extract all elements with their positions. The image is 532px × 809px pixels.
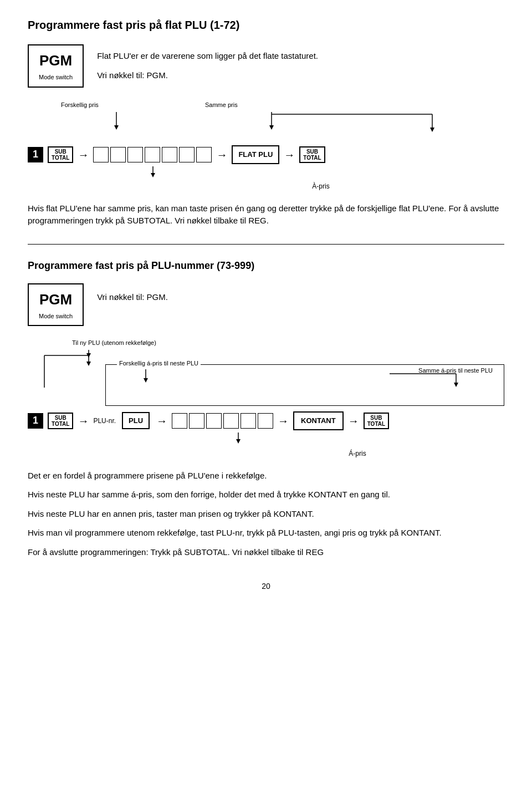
arrow3: →	[284, 146, 295, 163]
diagram2: Til ny PLU (utenom rekkefølge)	[28, 336, 504, 460]
input-box-1a	[93, 147, 109, 162]
pgm-label-2: PGM Mode switch	[28, 283, 84, 327]
inner-bracket: Forskellig á-pris til neste PLU Samme á-…	[105, 364, 504, 406]
section2-title: Programmere fast pris på PLU-nummer (73-…	[28, 258, 504, 273]
section1-intro: Flat PLU'er er de varerene som ligger på…	[97, 44, 318, 88]
input-box-1c	[127, 147, 143, 162]
section2: Programmere fast pris på PLU-nummer (73-…	[28, 258, 504, 559]
intro-text-1: Flat PLU'er er de varerene som ligger på…	[97, 50, 318, 63]
num-badge-2: 1	[28, 413, 43, 429]
intro-text-3: Vri nøkkel til: PGM.	[97, 291, 168, 304]
input-box-2f	[258, 413, 273, 429]
svg-marker-1	[114, 125, 119, 130]
flat-plu-btn: FLAT PLU	[232, 145, 279, 164]
pgm-box-2: PGM Mode switch	[28, 283, 84, 327]
arrow4: →	[78, 413, 89, 429]
page-number: 20	[28, 581, 504, 592]
arrow7: →	[348, 413, 359, 429]
svg-marker-8	[151, 173, 155, 177]
arrow1: →	[78, 146, 89, 163]
label-samme-pris: Samme pris	[205, 98, 238, 111]
arrow2: →	[216, 146, 227, 163]
section1-para1: Hvis flat PLU'ene har samme pris, kan ma…	[28, 202, 504, 227]
arrow5: →	[156, 413, 167, 429]
section2-para3: Hvis neste PLU har en annen pris, taster…	[28, 508, 504, 521]
label-samme-a: Samme á-pris til neste PLU	[418, 366, 493, 375]
svg-marker-6	[430, 128, 434, 132]
num-badge-1: 1	[28, 147, 43, 162]
plu-nr-label: PLU-nr.	[93, 416, 116, 426]
sub-total-btn-4: SUB TOTAL	[364, 413, 389, 429]
section2-para1: Det er en fordel å programmere prisene p…	[28, 470, 504, 482]
section2-intro: Vri nøkkel til: PGM.	[97, 283, 168, 311]
section2-para5: For å avslutte programmeringen: Trykk på…	[28, 546, 504, 559]
pgm-label-1: PGM Mode switch	[28, 44, 84, 88]
diagram1-main-row: 1 SUB TOTAL → → FLAT PLU	[28, 145, 504, 164]
a-pris-label-1: À-pris	[93, 166, 504, 192]
input-box-2e	[241, 413, 256, 429]
label-til-ny: Til ny PLU (utenom rekkefølge)	[72, 336, 504, 349]
svg-marker-15	[144, 378, 148, 383]
input-box-2b	[189, 413, 204, 429]
sub-total-btn-3: SUB TOTAL	[48, 413, 73, 429]
input-boxes-1	[93, 147, 212, 162]
section1-title: Programmere fast pris på flat PLU (1-72)	[28, 17, 504, 33]
sub-total-btn-1: SUB TOTAL	[48, 146, 73, 163]
sub-total-btn-2: SUB TOTAL	[299, 146, 325, 163]
svg-marker-3	[269, 125, 274, 130]
mode-switch-label-2: Mode switch	[39, 312, 73, 321]
input-box-1d	[145, 147, 160, 162]
intro-text-2: Vri nøkkel til: PGM.	[97, 69, 318, 82]
diagram1: Forskellig pris Samme pris	[28, 98, 504, 192]
aa-pris-text: À-pris	[312, 182, 329, 190]
pgm-box-1: PGM Mode switch	[28, 44, 84, 88]
section2-para2: Hvis neste PLU har samme á-pris, som den…	[28, 489, 504, 501]
input-box-1b	[110, 147, 126, 162]
input-boxes-2	[172, 413, 273, 429]
input-box-1g	[196, 147, 212, 162]
mode-switch-label-1: Mode switch	[39, 73, 73, 82]
input-box-2c	[206, 413, 222, 429]
input-box-2d	[223, 413, 239, 429]
input-box-1e	[162, 147, 177, 162]
svg-marker-18	[454, 383, 458, 387]
arrow6: →	[278, 413, 289, 429]
label-forskjellig-pris: Forskellig pris	[61, 98, 133, 111]
label-forskjellig-a: Forskellig á-pris til neste PLU	[117, 359, 201, 368]
section1: Programmere fast pris på flat PLU (1-72)…	[28, 17, 504, 227]
plu-btn: PLU	[122, 412, 150, 430]
a-pris-text-2: Á-pris	[349, 450, 366, 457]
section2-para4: Hvis man vil programmere utenom rekkeføl…	[28, 527, 504, 540]
svg-marker-10	[86, 362, 91, 366]
a-pris-arrow2-svg	[211, 433, 277, 448]
a-pris-area-2: Á-pris	[211, 433, 504, 460]
svg-marker-20	[236, 439, 241, 444]
input-box-1f	[179, 147, 195, 162]
a-pris-arrow-svg	[93, 166, 215, 182]
section-divider	[28, 244, 504, 245]
input-box-2a	[172, 413, 187, 429]
diagram2-bracket-area: Til ny PLU (utenom rekkefølge)	[28, 336, 504, 406]
